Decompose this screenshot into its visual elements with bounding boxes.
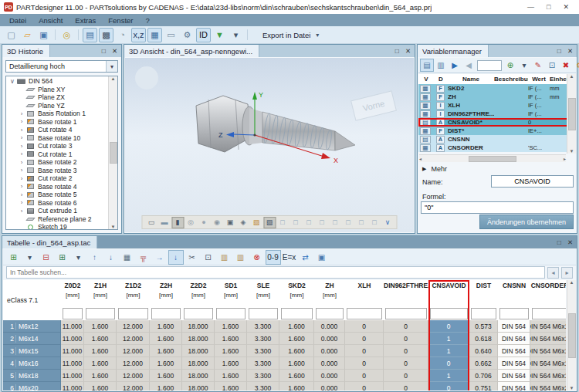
refresh-icon[interactable]: ⇄ [298,250,313,265]
table-cell[interactable]: DIN 564 [498,320,530,333]
plate-icon[interactable]: ▭ [164,28,178,42]
table-cell[interactable]: 12.000 [117,320,150,333]
table-cell[interactable]: 11.000 [61,370,84,382]
row-header[interactable]: 5 M6x18 [3,370,61,382]
history-tree-item[interactable]: › Base rotate 5 [6,191,108,199]
history-tree-item[interactable]: ∨ DIN 564 [6,77,108,86]
column-filter-input[interactable] [184,308,213,319]
connections-icon[interactable]: ⚙ [180,28,195,42]
section-icon[interactable]: ▧ [263,217,276,228]
table-cell-cnsavoid[interactable]: 0 [428,382,469,390]
table-cell[interactable]: 1.600 [279,370,314,382]
cut-icon[interactable]: ✂ [185,250,200,265]
panel-close-button[interactable]: ✕ [112,47,117,55]
table-cell-cnsavoid[interactable]: 1 [428,345,469,357]
render-shaded-icon[interactable]: ▬ [158,217,171,228]
panel-close-button[interactable]: ✕ [567,47,573,55]
maximize-button[interactable]: □ [547,3,550,11]
variable-row[interactable]: ▤ A CNSAVOID* 0 [418,118,568,127]
column-filter-input[interactable] [63,308,83,319]
table-row[interactable]: 5 M6x18 11.000 1.600 12.000 1.600 18.000… [3,370,566,382]
table-cell[interactable]: 1.600 [279,333,314,345]
scroll-up-icon[interactable]: ▲ [111,76,116,81]
zoom-icon[interactable]: ◎ [59,28,74,42]
new-document-icon[interactable]: ▢ [4,28,19,42]
tree-expander-icon[interactable]: › [18,183,25,190]
table-preview-icon[interactable]: ▦ [120,250,135,265]
table-vscrollbar[interactable]: ▲ ▼ [567,280,576,390]
menu-item[interactable]: Fenster [102,16,139,25]
variable-table-vscrollbar[interactable]: ▲ ▼ [567,74,576,154]
table-cell[interactable]: 0 [345,345,384,357]
table-cell[interactable]: DIN 564 [498,382,530,390]
table-cell[interactable]: 0 [384,382,428,390]
column-header[interactable]: Z1D2 [117,282,150,289]
table-cell[interactable]: 0.000 [314,382,345,390]
tree-expander-icon[interactable]: › [18,110,25,117]
table-cell[interactable]: DIN 564 M6x20 [530,382,566,390]
table-cell[interactable]: 11.000 [61,345,84,357]
table-cell[interactable]: 12.000 [117,333,150,345]
column-header[interactable]: ZH [314,282,345,289]
more-views-icon[interactable]: ∨ [381,217,394,228]
column-filter-input[interactable] [249,308,278,319]
table-cell[interactable]: 1.600 [150,382,182,390]
table-cell[interactable]: 1.600 [279,382,314,390]
history-tree-item[interactable]: › Cut rotate 1 [6,150,108,159]
column-filter-input[interactable] [430,308,468,319]
paste-icon[interactable]: ▥ [217,250,232,265]
column-header[interactable]: Z0D2 [61,282,84,289]
table-cell[interactable]: 1.600 [279,345,314,357]
column-header[interactable]: SD1 [215,282,247,289]
column-filter-input[interactable] [316,308,344,319]
column-filter-input[interactable] [532,308,566,319]
save-table-icon[interactable]: ▣ [314,250,330,265]
minimize-button[interactable]: — [527,3,534,11]
table-cell[interactable]: 11.000 [61,382,84,390]
table-cell[interactable]: 3.300 [247,370,279,382]
column-filter-input[interactable] [151,308,181,319]
panel-maximize-button[interactable]: □ [557,238,561,246]
history-tree-item[interactable]: Plane ZX [6,93,108,102]
formula-display-toggle-icon[interactable]: E=x [282,250,297,265]
table-cell[interactable]: 12.000 [117,370,150,382]
table-cell[interactable]: 3.300 [247,357,279,370]
table-panel-toggle-icon[interactable]: ▦ [147,28,162,42]
history-tree-item[interactable]: › Base rotate 3 [6,167,108,175]
transfer-down-icon[interactable]: ↓ [168,250,184,265]
table-cell[interactable]: DIN 564 M6x12 [530,320,566,333]
table-cell[interactable]: 1.600 [279,320,314,333]
table-cell[interactable]: 1.600 [215,320,247,333]
id-display-toggle-icon[interactable]: ID [196,28,211,42]
table-cell[interactable]: 1.600 [84,357,117,370]
history-tree-item[interactable]: › Base rotate 10 [6,134,108,143]
tree-expander-icon[interactable]: › [18,191,25,198]
history-tree-item[interactable]: › Cut rotate 4 [6,126,108,134]
table-cell[interactable]: 0.000 [314,320,345,333]
history-tree-item[interactable]: › Basis Rotation 1 [6,110,108,118]
menu-item[interactable]: Extras [69,16,102,25]
table-cell[interactable]: 0 [384,370,428,382]
table-cell[interactable]: DIN 564 M6x16 [530,357,566,370]
column-header[interactable]: Z1H [84,282,117,289]
table-cell[interactable]: 0.000 [314,333,345,345]
combobox-caret-icon[interactable]: ▾ [106,61,117,72]
variable-row[interactable]: ▦ I DIN962FTHRE... IF (... [418,110,568,118]
scroll-up-icon[interactable]: ▲ [570,280,574,285]
row-header[interactable]: 6 M6x20 [3,382,61,390]
tree-expander-icon[interactable]: ∨ [8,78,16,85]
variable-filter-input[interactable] [477,60,502,71]
column-header[interactable]: DIN962FTHREAD [384,282,428,289]
tree-expander-icon[interactable]: › [18,208,25,215]
menu-item[interactable]: Datei [3,16,32,25]
table-cell[interactable]: 1.600 [215,357,247,370]
table-cell[interactable]: 11.000 [61,333,84,345]
table-cell[interactable]: 3.300 [247,320,279,333]
column-header[interactable]: V [418,76,434,83]
column-header[interactable]: Einheit [550,76,568,83]
menu-item[interactable]: ? [140,16,156,25]
scroll-up-icon[interactable]: ▲ [570,74,574,79]
column-filter-input[interactable] [499,308,529,319]
table-cell[interactable]: 18.000 [182,357,215,370]
panel-maximize-button[interactable]: □ [395,47,399,55]
